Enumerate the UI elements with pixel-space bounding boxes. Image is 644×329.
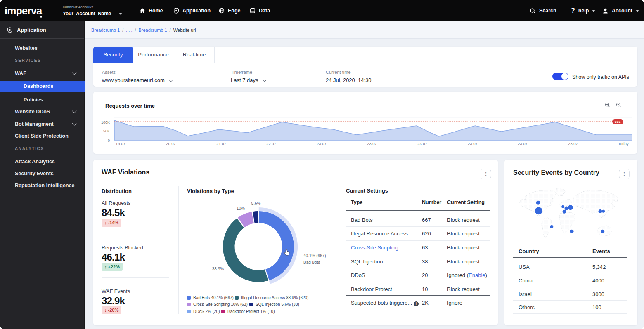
svg-text:20.07: 20.07 <box>166 141 176 146</box>
svg-text:21.07: 21.07 <box>216 141 226 146</box>
svg-text:Today: Today <box>618 141 629 146</box>
svg-text:0: 0 <box>108 139 110 143</box>
svg-text:50K: 50K <box>103 129 110 133</box>
svg-text:22.07: 22.07 <box>266 141 276 146</box>
svg-text:100K: 100K <box>101 120 110 125</box>
svg-text:23.07: 23.07 <box>317 141 327 146</box>
svg-text:23.07: 23.07 <box>568 141 578 146</box>
svg-text:19.07: 19.07 <box>116 141 125 146</box>
svg-text:23.07: 23.07 <box>417 141 427 146</box>
svg-text:23.07: 23.07 <box>518 141 528 146</box>
svg-text:23.07: 23.07 <box>367 141 377 146</box>
svg-text:23.07: 23.07 <box>468 141 478 146</box>
svg-text:SSL: SSL <box>615 120 621 124</box>
